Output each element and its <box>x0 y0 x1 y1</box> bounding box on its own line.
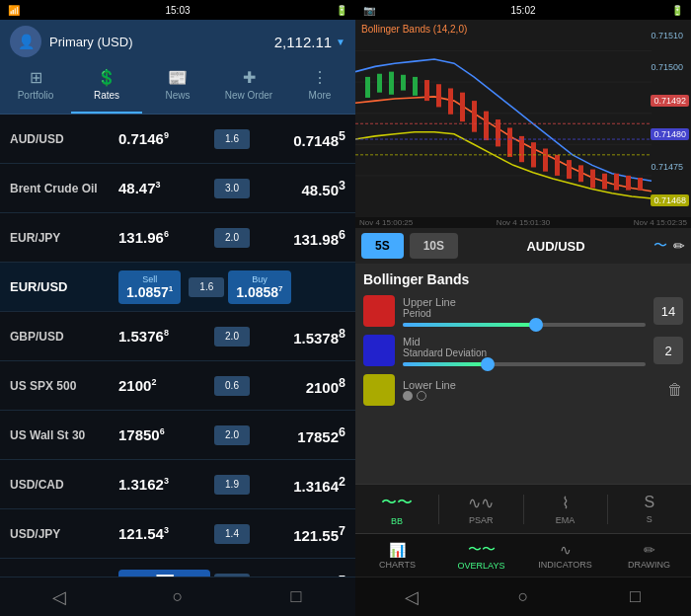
timeframe-10s[interactable]: 10S <box>410 233 458 259</box>
color-swatch-red[interactable] <box>363 295 395 327</box>
price-highlight-yellow: 0.71468 <box>651 194 689 206</box>
svg-rect-9 <box>401 75 406 91</box>
period-slider-track[interactable] <box>403 323 646 327</box>
chart-prices: 0.71510 0.71500 0.71492 0.71480 0.71475 … <box>651 20 689 217</box>
buy-button[interactable]: Buy 1.08587 <box>228 270 290 304</box>
balance-display: 2,112.11 ▼ <box>274 34 346 50</box>
rate-row-brent[interactable]: Brent Crude Oil 48.473 3.0 48.503 <box>0 164 355 213</box>
recents-button[interactable]: □ <box>267 578 326 617</box>
tab-indicators[interactable]: ∿ INDICATORS <box>523 542 607 570</box>
rate-row-wallst[interactable]: US Wall St 30 178506 2.0 178526 <box>0 411 355 460</box>
std-dev-label: Standard Deviation <box>403 347 646 358</box>
charts-icon: 📊 <box>389 542 406 558</box>
price-highlight-blue: 0.71480 <box>651 128 689 140</box>
color-swatch-blue[interactable] <box>363 335 395 366</box>
candlestick-chart <box>355 20 691 217</box>
indicator-row: 〜〜 BB ∿∿ PSAR ⌇ EMA S S <box>355 484 691 533</box>
rate-row-wti[interactable]: West Texas O 📊 46.187 <box>0 559 355 577</box>
period-slider-thumb[interactable] <box>529 318 543 332</box>
avatar: 👤 <box>10 26 41 57</box>
time-right: 15:02 <box>510 5 535 16</box>
rate-price2: 121.557 <box>254 524 346 544</box>
svg-rect-6 <box>365 77 370 98</box>
home-button[interactable]: ○ <box>148 578 207 617</box>
back-button[interactable]: ◁ <box>30 578 89 617</box>
edit-icon[interactable]: ✏ <box>673 238 685 254</box>
rate-name: EUR/JPY <box>10 231 118 245</box>
std-dev-slider-track[interactable] <box>403 362 646 366</box>
rate-row-eurjpy[interactable]: EUR/JPY 131.966 2.0 131.986 <box>0 213 355 263</box>
indicator-bb[interactable]: 〜〜 BB <box>355 485 438 534</box>
drawing-icon: ✏ <box>644 542 655 558</box>
tab-rates-label: Rates <box>94 90 119 101</box>
rate-row-usdjpy[interactable]: USD/JPY 121.543 1.4 121.557 <box>0 509 355 559</box>
std-dev-slider-container: Mid Standard Deviation <box>403 336 646 366</box>
svg-rect-12 <box>436 84 441 107</box>
timestamp-2: Nov 4 15:01:30 <box>497 218 550 227</box>
indicator-ema[interactable]: ⌇ EMA <box>524 485 607 534</box>
upper-line-label: Upper Line <box>403 296 646 308</box>
time-left: 15:03 <box>165 5 190 16</box>
bb-label: BB <box>391 516 403 526</box>
svg-rect-19 <box>519 136 524 162</box>
svg-rect-14 <box>460 93 465 121</box>
svg-rect-21 <box>543 149 548 172</box>
tab-new-order-label: New Order <box>225 90 272 101</box>
color-swatch-yellow[interactable] <box>363 374 395 406</box>
bottom-tabs: 📊 CHARTS 〜〜 OVERLAYS ∿ INDICATORS ✏ DRAW… <box>355 533 691 577</box>
svg-rect-29 <box>638 178 643 191</box>
tab-overlays[interactable]: 〜〜 OVERLAYS <box>439 541 523 571</box>
toggle-dots[interactable] <box>403 391 659 401</box>
rate-price2: 1.53788 <box>254 327 346 346</box>
tab-drawing[interactable]: ✏ DRAWING <box>607 542 691 570</box>
timestamp-3: Nov 4 15:02:35 <box>634 218 687 227</box>
s-label: S <box>647 514 653 524</box>
rate-price2: 178526 <box>254 425 346 445</box>
rate-price1: 1.53768 <box>118 328 210 345</box>
std-dev-value: 2 <box>653 337 683 364</box>
tab-new-order[interactable]: ✚ New Order <box>213 62 284 114</box>
rate-change: 2.0 <box>214 228 250 248</box>
tab-charts[interactable]: 📊 CHARTS <box>355 542 439 570</box>
rate-price2: 48.503 <box>254 179 346 198</box>
balance-arrow: ▼ <box>336 37 346 47</box>
rate-row-spx[interactable]: US SPX 500 21002 0.6 21008 <box>0 361 355 411</box>
back-button-right[interactable]: ◁ <box>382 578 441 617</box>
rate-price2: 21008 <box>254 376 346 396</box>
indicators-icon: ∿ <box>560 542 572 558</box>
tab-rates[interactable]: 💲 Rates <box>71 62 142 114</box>
tab-portfolio[interactable]: ⊞ Portfolio <box>0 62 71 114</box>
rate-row-usdcad[interactable]: USD/CAD 1.31623 1.9 1.31642 <box>0 460 355 509</box>
home-button-right[interactable]: ○ <box>494 578 553 617</box>
rate-row-eurusd[interactable]: EUR/USD Sell 1.08571 1.6 Buy 1.08587 <box>0 263 355 312</box>
sell-button[interactable]: Sell 1.08571 <box>118 270 181 304</box>
std-dev-slider-thumb[interactable] <box>481 357 495 371</box>
svg-rect-22 <box>555 155 560 176</box>
account-header: 👤 Primary (USD) 2,112.11 ▼ <box>0 20 355 63</box>
delete-icon[interactable]: 🗑 <box>667 381 683 399</box>
rate-price1: 131.966 <box>118 229 210 246</box>
bb-icon: 〜〜 <box>381 493 413 513</box>
overlays-icon: 〜〜 <box>468 541 496 559</box>
rate-price1: 178506 <box>118 426 210 443</box>
svg-rect-28 <box>626 176 631 191</box>
nav-tabs: ⊞ Portfolio 💲 Rates 📰 News ✚ New Order ⋮… <box>0 63 355 115</box>
tab-news[interactable]: 📰 News <box>142 62 213 114</box>
rate-row-audusd[interactable]: AUD/USD 0.71469 1.6 0.71485 <box>0 115 355 164</box>
indicator-s[interactable]: S S <box>608 485 691 534</box>
screenshot-icon: 📷 <box>363 5 375 16</box>
period-value: 14 <box>653 297 683 325</box>
lower-line-row: Lower Line 🗑 <box>363 374 683 406</box>
rate-row-gbpusd[interactable]: GBP/USD 1.53768 2.0 1.53788 <box>0 312 355 361</box>
psar-icon: ∿∿ <box>468 494 494 512</box>
tab-more[interactable]: ⋮ More <box>284 62 355 114</box>
indicator-psar[interactable]: ∿∿ PSAR <box>439 485 522 534</box>
recents-button-right[interactable]: □ <box>605 578 664 617</box>
timeframe-5s[interactable]: 5S <box>361 233 404 259</box>
rate-name: USD/CAD <box>10 478 118 492</box>
price-level-2: 0.71500 <box>651 62 689 72</box>
dot-1 <box>403 391 413 401</box>
s-icon: S <box>645 494 655 511</box>
overlays-tab-label: OVERLAYS <box>458 561 505 571</box>
status-bar-left: 📶 15:03 🔋 <box>0 0 355 20</box>
